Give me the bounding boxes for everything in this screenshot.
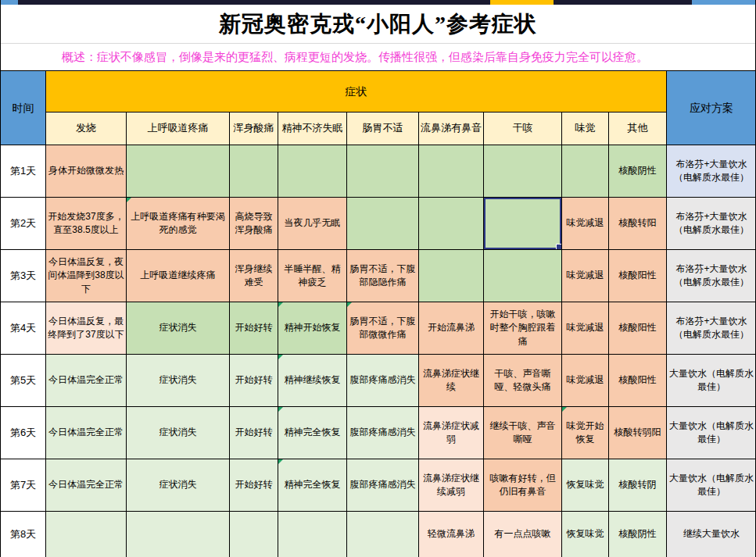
cell-day4-plan[interactable]: 布洛芬+大量饮水（电解质水最佳） — [667, 302, 756, 355]
cell-day6-label[interactable]: 第6天 — [1, 407, 46, 459]
column-header-body-ache[interactable]: 浑身酸痛 — [230, 112, 278, 145]
column-header-other[interactable]: 其他 — [609, 112, 667, 145]
cell-day6-gi[interactable]: 腹部疼痛感消失 — [347, 407, 419, 459]
column-header-time[interactable]: 时间 — [1, 71, 46, 145]
cell-day2-spirit[interactable]: 当夜几乎无眠 — [278, 198, 347, 250]
cell-day8-nose[interactable]: 轻微流鼻涕 — [419, 512, 484, 557]
cell-day8-cough[interactable]: 有一点点咳嗽 — [484, 512, 562, 557]
cell-day4-fever[interactable]: 今日体温反复，最终降到了37度以下 — [46, 302, 127, 355]
cell-day2-other[interactable]: 核酸转阳 — [609, 198, 667, 250]
column-header-gi[interactable]: 肠胃不适 — [347, 112, 419, 145]
cell-day5-throat[interactable]: 症状消失 — [127, 355, 230, 407]
cell-day8-throat[interactable] — [127, 512, 230, 557]
cell-day7-taste[interactable]: 恢复味觉 — [562, 459, 609, 512]
cell-day2-gi[interactable] — [347, 198, 419, 250]
cell-day3-nose[interactable] — [419, 250, 484, 302]
cell-day1-plan[interactable]: 布洛芬+大量饮水（电解质水最佳） — [667, 145, 756, 198]
cell-day8-gi[interactable] — [347, 512, 419, 557]
cell-day8-taste[interactable]: 恢复味觉 — [562, 512, 609, 557]
cell-day6-spirit[interactable]: 精神完全恢复 — [278, 407, 347, 459]
cell-day3-body[interactable]: 浑身继续难受 — [230, 250, 278, 302]
cell-day4-gi[interactable]: 肠胃不适，下腹部微微作痛 — [347, 302, 419, 355]
cell-day6-cough[interactable]: 继续干咳、声音嘶哑 — [484, 407, 562, 459]
column-header-throat[interactable]: 上呼吸道疼痛 — [127, 112, 230, 145]
cell-day5-plan[interactable]: 大量饮水（电解质水最佳） — [667, 355, 756, 407]
cell-day7-plan[interactable]: 大量饮水（电解质水最佳） — [667, 459, 756, 512]
cell-day1-gi[interactable] — [347, 145, 419, 198]
cell-day7-fever[interactable]: 今日体温完全正常 — [46, 459, 127, 512]
cell-day2-cough[interactable] — [484, 198, 562, 250]
cell-day6-body[interactable]: 开始好转 — [230, 407, 278, 459]
column-header-fever[interactable]: 发烧 — [46, 112, 127, 145]
cell-day5-label[interactable]: 第5天 — [1, 355, 46, 407]
cell-day3-gi[interactable]: 肠胃不适，下腹部隐隐作痛 — [347, 250, 419, 302]
cell-day1-cough[interactable] — [484, 145, 562, 198]
cell-day8-plan[interactable]: 继续大量饮水 — [667, 512, 756, 557]
cell-day5-cough[interactable]: 干咳、声音嘶哑、轻微头痛 — [484, 355, 562, 407]
cell-day1-other[interactable]: 核酸阴性 — [609, 145, 667, 198]
cell-day3-plan[interactable]: 布洛芬+大量饮水（电解质水最佳） — [667, 250, 756, 302]
cell-day6-other[interactable]: 核酸转弱阳 — [609, 407, 667, 459]
cell-day8-spirit[interactable] — [278, 512, 347, 557]
cell-day3-cough[interactable] — [484, 250, 562, 302]
column-header-nose[interactable]: 流鼻涕有鼻音 — [419, 112, 484, 145]
cell-day5-taste[interactable]: 味觉减退 — [562, 355, 609, 407]
cell-day6-plan[interactable]: 大量饮水（电解质水最佳） — [667, 407, 756, 459]
cell-day7-nose[interactable]: 流鼻涕症状继续减弱 — [419, 459, 484, 512]
cell-day5-gi[interactable]: 腹部疼痛感消失 — [347, 355, 419, 407]
column-header-plan[interactable]: 应对方案 — [667, 71, 756, 145]
cell-day6-throat[interactable]: 症状消失 — [127, 407, 230, 459]
cell-day7-throat[interactable]: 症状消失 — [127, 459, 230, 512]
cell-day4-spirit[interactable]: 精神开始恢复 — [278, 302, 347, 355]
cell-day3-label[interactable]: 第3天 — [1, 250, 46, 302]
cell-day4-body[interactable]: 开始好转 — [230, 302, 278, 355]
cell-day6-fever[interactable]: 今日体温完全正常 — [46, 407, 127, 459]
cell-day7-other[interactable]: 核酸转阴 — [609, 459, 667, 512]
cell-day5-fever[interactable]: 今日体温完全正常 — [46, 355, 127, 407]
cell-day1-label[interactable]: 第1天 — [1, 145, 46, 198]
cell-day7-spirit[interactable]: 精神完全恢复 — [278, 459, 347, 512]
cell-day1-fever[interactable]: 身体开始微微发热 — [46, 145, 127, 198]
cell-day2-nose[interactable] — [419, 198, 484, 250]
cell-day3-other[interactable]: 核酸阳性 — [609, 250, 667, 302]
cell-day3-spirit[interactable]: 半睡半醒、精神疲乏 — [278, 250, 347, 302]
cell-day2-throat[interactable]: 上呼吸道疼痛有种要渴死的感觉 — [127, 198, 230, 250]
cell-day1-spirit[interactable] — [278, 145, 347, 198]
cell-day8-body[interactable] — [230, 512, 278, 557]
cell-day7-gi[interactable]: 腹部疼痛感消失 — [347, 459, 419, 512]
cell-day1-body[interactable] — [230, 145, 278, 198]
cell-day4-other[interactable]: 核酸阳性 — [609, 302, 667, 355]
cell-day2-label[interactable]: 第2天 — [1, 198, 46, 250]
cell-day3-taste[interactable]: 味觉减退 — [562, 250, 609, 302]
column-header-symptom[interactable]: 症状 — [46, 71, 667, 112]
cell-day6-nose[interactable]: 流鼻涕症状减弱 — [419, 407, 484, 459]
column-header-cough[interactable]: 干咳 — [484, 112, 562, 145]
cell-day7-cough[interactable]: 咳嗽有好转，但仍旧有鼻音 — [484, 459, 562, 512]
cell-day1-nose[interactable] — [419, 145, 484, 198]
cell-day5-nose[interactable]: 流鼻涕症状继续 — [419, 355, 484, 407]
cell-day5-body[interactable]: 开始好转 — [230, 355, 278, 407]
cell-day2-taste[interactable]: 味觉减退 — [562, 198, 609, 250]
cell-day5-other[interactable]: 核酸阳性 — [609, 355, 667, 407]
cell-day1-throat[interactable] — [127, 145, 230, 198]
cell-day4-label[interactable]: 第4天 — [1, 302, 46, 355]
cell-day2-fever[interactable]: 开始发烧37度多，直至38.5度以上 — [46, 198, 127, 250]
column-header-spirit[interactable]: 精神不济失眠 — [278, 112, 347, 145]
cell-day4-throat[interactable]: 症状消失 — [127, 302, 230, 355]
cell-day4-cough[interactable]: 开始干咳，咳嗽时整个胸腔跟着痛 — [484, 302, 562, 355]
cell-day8-label[interactable]: 第8天 — [1, 512, 46, 557]
cell-day8-fever[interactable] — [46, 512, 127, 557]
cell-day2-plan[interactable]: 布洛芬+大量饮水（电解质水最佳） — [667, 198, 756, 250]
cell-day4-nose[interactable]: 开始流鼻涕 — [419, 302, 484, 355]
column-header-taste[interactable]: 味觉 — [562, 112, 609, 145]
cell-day4-taste[interactable]: 味觉减退 — [562, 302, 609, 355]
cell-day5-spirit[interactable]: 精神继续恢复 — [278, 355, 347, 407]
cell-day2-body[interactable]: 高烧导致浑身酸痛 — [230, 198, 278, 250]
cell-day1-taste[interactable] — [562, 145, 609, 198]
cell-day8-other[interactable]: 核酸阴性 — [609, 512, 667, 557]
cell-day6-taste[interactable]: 味觉开始恢复 — [562, 407, 609, 459]
cell-day3-throat[interactable]: 上呼吸道继续疼痛 — [127, 250, 230, 302]
cell-day3-fever[interactable]: 今日体温反复，夜间体温降到38度以下 — [46, 250, 127, 302]
cell-day7-body[interactable]: 开始好转 — [230, 459, 278, 512]
cell-day7-label[interactable]: 第7天 — [1, 459, 46, 512]
